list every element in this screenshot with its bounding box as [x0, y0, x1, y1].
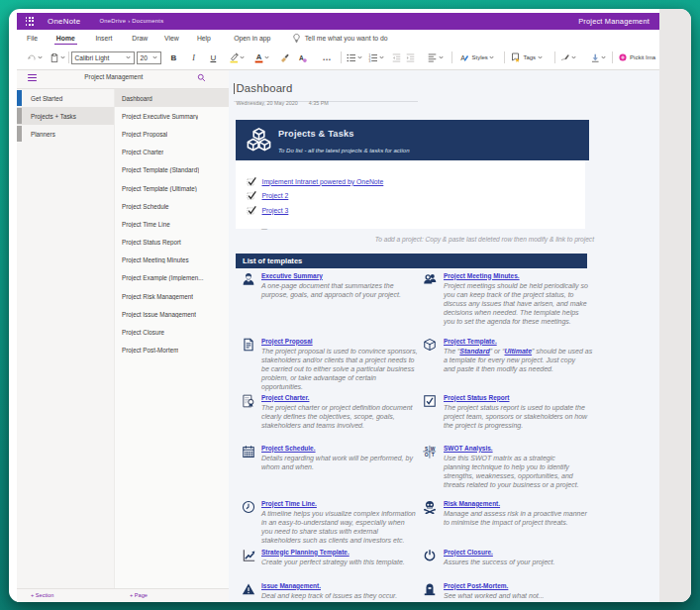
open-in-app-button[interactable]: Open in app — [234, 35, 270, 42]
clearformat-button[interactable]: A — [298, 53, 307, 63]
outdent-button[interactable] — [392, 53, 401, 62]
page-item-project-example-implemen-[interactable]: Project Example (Implemen... — [115, 269, 229, 287]
clipboard-button[interactable] — [50, 53, 65, 63]
page-title-field[interactable]: Dashboard — [234, 78, 418, 102]
template-link[interactable]: Project Proposal — [261, 338, 313, 345]
page-time: 4:35 PM — [309, 100, 329, 106]
bold-button[interactable]: B — [171, 53, 177, 62]
italic-button[interactable]: I — [192, 53, 195, 62]
template-link[interactable]: Risk Management. — [444, 500, 500, 507]
indent-icon — [406, 53, 415, 62]
hamburger-menu-icon[interactable] — [28, 74, 37, 81]
nav-footer: + Section + Page — [17, 588, 229, 603]
people-icon — [419, 272, 441, 286]
template-link[interactable]: Project Charter. — [261, 394, 309, 401]
page-item-project-risk-management[interactable]: Project Risk Management — [115, 287, 229, 305]
add-page-button[interactable]: + Page — [130, 592, 148, 598]
numbering-button[interactable]: 123 — [368, 53, 384, 62]
ribbon-tab-draw[interactable]: Draw — [132, 35, 148, 42]
clock-icon — [238, 500, 259, 514]
page-label: Project Time Line — [122, 221, 170, 228]
page-label: Project Schedule — [122, 203, 169, 210]
page-item-project-template-standard-[interactable]: Project Template (Standard) — [115, 161, 229, 179]
ribbon-tab-home[interactable]: Home — [56, 35, 75, 42]
template-link[interactable]: Issue Management. — [261, 582, 321, 589]
section-item-projects-tasks[interactable]: Projects + Tasks — [17, 107, 114, 125]
add-section-button[interactable]: + Section — [31, 592, 115, 598]
todo-link[interactable]: Project 3 — [262, 207, 289, 214]
bullets-button[interactable] — [347, 53, 362, 62]
ribbon-tab-insert[interactable]: Insert — [95, 35, 112, 42]
more-button[interactable]: … — [323, 49, 333, 66]
template-link[interactable]: Executive Summary — [261, 272, 323, 279]
formatpainter-button[interactable] — [280, 53, 289, 62]
section-label: Planners — [31, 131, 55, 138]
page-item-project-time-line[interactable]: Project Time Line — [115, 215, 229, 233]
svg-text:A: A — [255, 52, 261, 61]
swot-icon: SWOT — [419, 445, 441, 458]
checked-checkbox-icon[interactable] — [247, 205, 257, 216]
template-link[interactable]: Project Time Line. — [261, 500, 317, 507]
font-name-combo[interactable]: Calibri Light — [71, 51, 135, 64]
page-item-project-closure[interactable]: Project Closure — [115, 323, 229, 341]
todo-item: Project 2 — [247, 191, 585, 201]
page-item-project-issue-management[interactable]: Project Issue Management — [115, 305, 229, 323]
ribbon-tab-file[interactable]: File — [27, 35, 38, 42]
page-item-dashboard[interactable]: Dashboard — [115, 89, 229, 107]
inline-link-standard[interactable]: Standard — [459, 348, 489, 355]
app-launcher-icon[interactable] — [26, 17, 35, 26]
page-item-project-proposal[interactable]: Project Proposal — [115, 125, 229, 143]
template-link[interactable]: Project Meeting Minutes. — [444, 272, 520, 279]
underline-button[interactable]: U — [210, 53, 216, 62]
highlighter-button[interactable] — [230, 52, 246, 63]
chevron-down-icon — [152, 55, 157, 59]
template-link[interactable]: Strategic Planning Template. — [261, 549, 350, 556]
todo-note: To add a project: Copy & paste last dele… — [375, 236, 594, 243]
template-link[interactable]: Project Template. — [444, 338, 497, 345]
align-button[interactable] — [428, 53, 444, 62]
font-size-combo[interactable]: 20 — [137, 51, 161, 64]
todo-link[interactable]: Project 2 — [262, 192, 289, 199]
template-item-project-time-line: Project Time Line.A timeline helps you v… — [238, 500, 444, 546]
chevron-down-icon — [439, 55, 444, 59]
styles-button[interactable]: AStyles — [459, 53, 494, 63]
page-canvas[interactable]: Dashboard Wednesday, 20 May 20204:35 PM — [229, 70, 659, 602]
section-item-get-started[interactable]: Get Started — [17, 89, 114, 107]
page-item-project-charter[interactable]: Project Charter — [115, 144, 229, 161]
power-icon — [419, 549, 441, 562]
template-link[interactable]: Project Schedule. — [261, 445, 316, 452]
downarrow-button[interactable] — [591, 53, 606, 62]
page-item-project-meeting-minutes[interactable]: Project Meeting Minutes — [115, 252, 229, 269]
breadcrumb[interactable]: OneDrive › Documents — [99, 18, 163, 24]
page-item-project-template-ultimate-[interactable]: Project Template (Ultimate) — [115, 179, 229, 197]
undo-button[interactable] — [27, 53, 43, 61]
page-item-project-post-mortem[interactable]: Project Post-Mortem — [115, 342, 229, 359]
page-item-project-status-report[interactable]: Project Status Report — [115, 234, 229, 252]
todo-link[interactable]: Implement Intranet powered by OneNote — [262, 178, 384, 185]
page-item-project-executive-summary[interactable]: Project Executive Summary — [115, 107, 229, 125]
indent-button[interactable] — [406, 53, 415, 62]
template-link[interactable]: Project Post-Mortem. — [444, 582, 508, 589]
page-item-project-schedule[interactable]: Project Schedule — [115, 197, 229, 215]
inkpen-button[interactable] — [560, 53, 576, 61]
fontcolor-button[interactable]: A — [254, 52, 270, 63]
ribbon-tab-help[interactable]: Help — [197, 35, 211, 42]
checked-checkbox-icon[interactable] — [247, 190, 257, 201]
align-icon — [428, 53, 437, 62]
app-name[interactable]: OneNote — [48, 17, 80, 26]
search-icon[interactable] — [197, 73, 206, 82]
pickit-button[interactable]: Pickit Ima — [619, 53, 655, 61]
template-link[interactable]: Project Status Report — [444, 394, 509, 401]
inline-link-ultimate[interactable]: Ultimate — [504, 348, 532, 355]
font-size-combo-value: 20 — [141, 54, 151, 61]
template-link[interactable]: SWOT Analysis. — [444, 445, 493, 452]
banner-subtitle: To Do list - all the latest projects & t… — [278, 148, 410, 153]
section-color-bar — [17, 126, 22, 142]
checked-checkbox-icon[interactable] — [247, 176, 257, 187]
ribbon-tab-view[interactable]: View — [164, 35, 179, 42]
tell-me-search[interactable]: Tell me what you want to do — [293, 34, 388, 43]
template-link[interactable]: Project Closure. — [444, 549, 493, 556]
suite-header: OneNote OneDrive › Documents Project Man… — [17, 13, 659, 31]
tags-button[interactable]: Tags — [511, 52, 543, 62]
section-item-planners[interactable]: Planners — [17, 125, 114, 143]
